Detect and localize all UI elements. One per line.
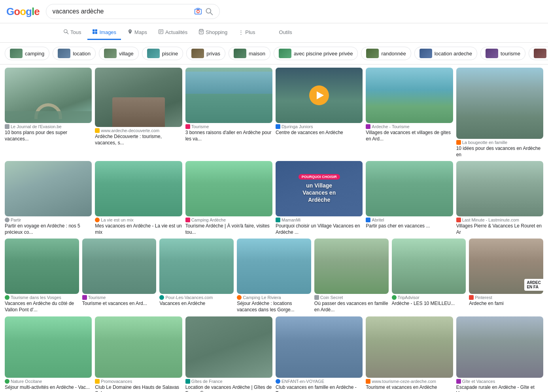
source-icon-4 bbox=[276, 124, 280, 129]
source-name-11: Abritel bbox=[372, 218, 384, 222]
source-name-1: Le Journal de l'Evasion.be bbox=[11, 124, 62, 129]
svg-rect-7 bbox=[93, 29, 95, 31]
search-input[interactable] bbox=[53, 8, 191, 15]
image-item-25[interactable]: Gîte et Vacances Escapade rurale en Ardè… bbox=[456, 316, 543, 392]
source-icon-10 bbox=[276, 218, 280, 222]
tab-images[interactable]: Images bbox=[87, 26, 121, 40]
search-icon[interactable] bbox=[205, 8, 213, 15]
image-item-9[interactable]: Camping Ardèche Tourisme Ardèche | À voi… bbox=[185, 161, 272, 235]
image-item-10[interactable]: POURQUOI CHOISIR un VillageVacances enAr… bbox=[276, 161, 363, 235]
image-item-11[interactable]: Abritel Partir pas cher en vacances ... bbox=[366, 161, 453, 235]
image-item-7[interactable]: Partir Partir en voyage en Ardèche : nos… bbox=[5, 161, 92, 235]
tab-tous-label: Tous bbox=[70, 29, 81, 35]
tab-shopping[interactable]: Shopping bbox=[194, 26, 232, 40]
filter-piscine[interactable]: piscine bbox=[142, 47, 183, 60]
image-item-16[interactable]: Camping Le Riviera Séjour Ardèche : loca… bbox=[237, 239, 311, 313]
image-item-22[interactable]: Gîtes de France Location de vacances Ard… bbox=[185, 316, 272, 392]
image-caption-13: Vacances en Ardèche du côté de Vallon Po… bbox=[5, 301, 79, 313]
source-icon-16 bbox=[237, 295, 242, 300]
camera-search-icon[interactable] bbox=[194, 8, 202, 15]
image-caption-19: Ardeche en fami bbox=[469, 301, 543, 307]
image-item-3[interactable]: Tourisme 3 bonnes raisons d'aller en Ard… bbox=[185, 68, 272, 158]
tab-maps[interactable]: Maps bbox=[123, 26, 152, 40]
tab-shopping-label: Shopping bbox=[206, 29, 227, 35]
filter-maison[interactable]: maison bbox=[229, 47, 270, 60]
image-item-15[interactable]: Pour-Les-Vacances.com Vacances en Ardèch… bbox=[159, 239, 234, 313]
google-logo[interactable]: Google bbox=[6, 6, 40, 18]
image-item-12[interactable]: Last Minute - Lastminute.com Villages Pi… bbox=[456, 161, 543, 235]
image-item-6[interactable]: La bougeotte en famille 10 idées pour de… bbox=[456, 68, 543, 158]
news-tab-icon bbox=[158, 29, 164, 36]
source-name-16: Camping Le Riviera bbox=[243, 295, 281, 300]
image-item-20[interactable]: Nature Occitane Séjour multi-activités e… bbox=[5, 316, 92, 392]
tab-outils[interactable]: Outils bbox=[274, 26, 297, 40]
image-item-1[interactable]: Le Journal de l'Evasion.be 10 bons plans… bbox=[5, 68, 92, 158]
image-item-5[interactable]: Ardeche - Tourisme Villages de vacances … bbox=[366, 68, 453, 158]
source-icon-1 bbox=[5, 124, 9, 129]
filter-randonnee[interactable]: randonnée bbox=[361, 47, 411, 60]
source-icon-17 bbox=[314, 295, 319, 300]
tab-maps-label: Maps bbox=[134, 29, 147, 35]
filter-avec-piscine[interactable]: avec piscine privee privée bbox=[274, 47, 358, 60]
image-caption-9: Tourisme Ardèche | À voir/à faire, visit… bbox=[185, 223, 272, 235]
source-icon-8 bbox=[95, 218, 100, 222]
search-tab-icon bbox=[63, 29, 69, 36]
source-icon-3 bbox=[185, 124, 190, 129]
image-item-4[interactable]: Djuringa Juniors Centre de vacances en A… bbox=[276, 68, 363, 158]
image-caption-3: 3 bonnes raisons d'aller en Ardèche pour… bbox=[185, 130, 272, 142]
source-name-23: ENFANT-en-VOYAGE bbox=[282, 379, 324, 384]
image-item-19[interactable]: ARDECEN FA Pinterest Ardeche en fami bbox=[469, 239, 543, 313]
filter-location-ardeche[interactable]: location ardeche bbox=[414, 47, 477, 60]
image-item-21[interactable]: Promovacances Club Le Domaine des Hauts … bbox=[95, 316, 182, 392]
image-caption-25: Escapade rurale en Ardèche - Gîte et Vac… bbox=[456, 384, 543, 392]
source-icon-23 bbox=[276, 379, 280, 384]
source-name-25: Gîte et Vacances bbox=[462, 379, 495, 384]
image-item-18[interactable]: TripAdvisor Ardèche - LES 10 MEILLEU... bbox=[392, 239, 466, 313]
outils-label: Outils bbox=[279, 29, 292, 35]
source-icon-12 bbox=[456, 218, 461, 222]
source-name-24: www.tourisme-ceze-ardeche.com bbox=[372, 379, 436, 384]
image-caption-11: Partir pas cher en vacances ... bbox=[366, 223, 453, 229]
image-item-2[interactable]: www.ardeche-decouverte.com Ardèche Décou… bbox=[95, 68, 182, 158]
filter-tourisme[interactable]: tourisme bbox=[480, 47, 525, 60]
source-icon-25 bbox=[456, 379, 461, 384]
svg-rect-8 bbox=[95, 29, 97, 31]
source-icon-14 bbox=[82, 295, 87, 300]
image-caption-15: Vacances en Ardèche bbox=[159, 301, 234, 307]
source-icon-5 bbox=[366, 124, 370, 129]
image-caption-23: Club vacances en famille en Ardèche - T.… bbox=[276, 384, 363, 392]
svg-point-1 bbox=[197, 10, 199, 13]
header: Google bbox=[0, 0, 548, 23]
svg-rect-10 bbox=[95, 32, 97, 34]
tab-tous[interactable]: Tous bbox=[59, 26, 86, 40]
image-item-14[interactable]: Tourisme Tourisme et vacances en Ard... bbox=[82, 239, 157, 313]
filter-privas[interactable]: privas bbox=[186, 47, 225, 60]
source-name-10: MamanMi bbox=[282, 218, 300, 222]
source-icon-7 bbox=[5, 218, 9, 222]
image-item-23[interactable]: ENFANT-en-VOYAGE Club vacances en famill… bbox=[276, 316, 363, 392]
image-item-17[interactable]: Coin Secret Où passer des vacances en fa… bbox=[314, 239, 389, 313]
image-item-24[interactable]: www.tourisme-ceze-ardeche.com Tourisme e… bbox=[366, 316, 453, 392]
filter-location-ardeche-label: location ardeche bbox=[435, 51, 472, 57]
source-name-2: www.ardeche-decouverte.com bbox=[101, 128, 159, 133]
image-item-8[interactable]: La vie est un mix Mes vacances en Ardèch… bbox=[95, 161, 182, 235]
image-item-13[interactable]: Tourisme dans les Vosges Vacances en Ard… bbox=[5, 239, 79, 313]
filter-camping[interactable]: camping bbox=[5, 47, 49, 60]
filter-pay[interactable]: pay... bbox=[529, 47, 548, 60]
filter-privas-label: privas bbox=[206, 51, 220, 57]
filter-avec-piscine-label: avec piscine privee privée bbox=[294, 51, 353, 57]
nav-tabs: Tous Images Maps Actualités Shopping ⋮ P… bbox=[0, 23, 548, 43]
svg-rect-9 bbox=[93, 32, 95, 34]
logo-g2: g bbox=[26, 6, 32, 17]
filter-village[interactable]: village bbox=[99, 47, 139, 60]
svg-line-6 bbox=[67, 32, 68, 34]
image-caption-1: 10 bons plans pour des super vacances... bbox=[5, 130, 92, 142]
filter-location-label: location bbox=[73, 51, 91, 57]
source-name-3: Tourisme bbox=[191, 124, 209, 129]
svg-rect-2 bbox=[197, 8, 199, 9]
source-name-22: Gîtes de France bbox=[191, 379, 223, 384]
tab-actualites[interactable]: Actualités bbox=[153, 26, 192, 40]
tab-plus[interactable]: ⋮ Plus bbox=[234, 26, 260, 40]
source-name-20: Nature Occitane bbox=[11, 379, 42, 384]
filter-location[interactable]: location bbox=[53, 47, 96, 60]
